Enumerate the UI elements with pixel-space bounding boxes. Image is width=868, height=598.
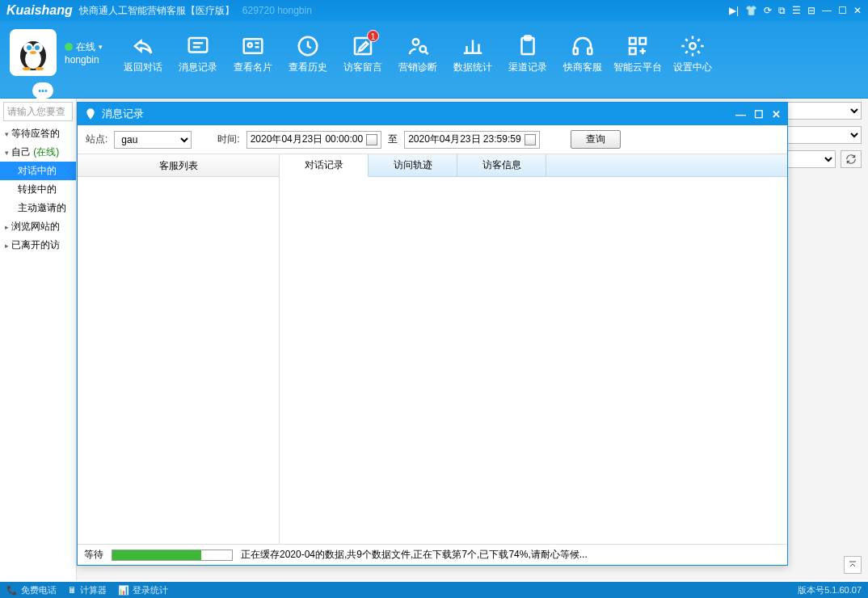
cloud-button[interactable]: 智能云平台 xyxy=(613,32,662,74)
guestmsg-button[interactable]: 访客留言1 xyxy=(339,32,387,74)
clock-icon xyxy=(296,34,320,58)
modal-statusbar: 等待 正在缓存2020-04的数据,共9个数据文件,正在下载第7个,已下载74%… xyxy=(78,544,787,565)
minimize-icon[interactable]: — xyxy=(822,5,832,16)
channel-button[interactable]: 渠道记录 xyxy=(504,32,552,74)
modal-close-icon[interactable]: ✕ xyxy=(772,108,781,120)
titlebar-icons: ▶| 👕 ⟳ ⧉ ☰ ⊟ — ☐ ✕ xyxy=(729,5,862,16)
date-to-input[interactable]: 2020年04月23日 23:59:59 xyxy=(404,131,539,149)
footer-calc[interactable]: 🖩 计算器 xyxy=(68,584,107,596)
sidebar: 请输入您要查 等待应答的 自己 (在线) 对话中的 转接中的 主动邀请的 浏览网… xyxy=(0,99,77,580)
refresh-small-icon xyxy=(845,154,857,165)
feedback-icon[interactable]: ⊟ xyxy=(807,5,815,16)
clipboard-icon xyxy=(516,34,540,58)
tab-dialogue-log[interactable]: 对话记录 xyxy=(280,154,369,177)
session-info: 629720 hongbin xyxy=(242,5,312,16)
svg-point-7 xyxy=(23,67,31,70)
svg-line-20 xyxy=(425,51,428,54)
back-button[interactable]: 返回对话 xyxy=(119,32,167,74)
modal-titlebar: 消息记录 — ☐ ✕ xyxy=(78,103,787,125)
to-label: 至 xyxy=(388,133,398,146)
agent-list-header: 客服列表 xyxy=(78,154,279,177)
date-from-input[interactable]: 2020年04月23日 00:00:00 xyxy=(246,131,381,149)
viewcard-button[interactable]: 查看名片 xyxy=(229,32,277,74)
sidebar-item-in-chat[interactable]: 对话中的 xyxy=(0,162,76,180)
modal-maximize-icon[interactable]: ☐ xyxy=(754,108,764,120)
online-dot-icon xyxy=(65,43,73,51)
agent-panel: 客服列表 xyxy=(78,154,280,544)
settings-button[interactable]: 设置中心 xyxy=(668,32,717,74)
grid-plus-icon xyxy=(626,34,650,58)
refresh-icon[interactable]: ⟳ xyxy=(764,5,772,16)
tab-content xyxy=(280,177,787,544)
titlebar: Kuaishang 快商通人工智能营销客服【医疗版】 629720 hongbi… xyxy=(0,0,868,21)
footer: 📞 免费电话 🖩 计算器 📊 登录统计 版本号5.1.60.07 xyxy=(0,582,868,598)
tab-visit-trail[interactable]: 访问轨迹 xyxy=(369,154,457,176)
chart-icon xyxy=(461,34,485,58)
ksservice-button[interactable]: 快商客服 xyxy=(558,32,607,74)
header-toolbar: 在线 ▾ hongbin 返回对话 消息记录 查看名片 查看历史 访客留言1 营… xyxy=(0,21,868,84)
sidebar-item-invited[interactable]: 主动邀请的 xyxy=(0,199,76,217)
message-icon xyxy=(186,34,210,58)
svg-rect-29 xyxy=(630,38,636,44)
svg-point-4 xyxy=(27,45,32,50)
svg-point-5 xyxy=(35,45,40,50)
footer-login[interactable]: 📊 登录统计 xyxy=(118,584,168,596)
time-label: 时间: xyxy=(217,133,239,146)
version-label: 版本号5.1.60.07 xyxy=(798,584,862,596)
calendar-icon xyxy=(366,134,377,145)
subbar: ••• xyxy=(0,84,868,99)
sidebar-item-transferring[interactable]: 转接中的 xyxy=(0,180,76,199)
message-log-modal: 消息记录 — ☐ ✕ 站点: gau 时间: 2020年04月23日 00:00… xyxy=(77,102,788,566)
site-select[interactable]: gau xyxy=(114,131,192,149)
card-icon xyxy=(241,34,265,58)
sidebar-item-left[interactable]: 已离开的访 xyxy=(0,236,76,255)
svg-point-6 xyxy=(30,51,36,54)
modal-title-text: 消息记录 xyxy=(102,107,144,121)
chevron-down-icon: ▾ xyxy=(99,43,103,51)
avatar[interactable] xyxy=(10,29,57,76)
svg-rect-27 xyxy=(574,48,578,54)
record-tabs: 对话记录 访问轨迹 访客信息 xyxy=(280,154,787,177)
footer-phone[interactable]: 📞 免费电话 xyxy=(6,584,57,596)
close-icon[interactable]: ✕ xyxy=(853,5,862,16)
windows-icon[interactable]: ⧉ xyxy=(778,5,786,16)
penguin-icon xyxy=(14,33,53,72)
refresh-button[interactable] xyxy=(841,150,862,168)
query-button[interactable]: 查询 xyxy=(571,130,621,149)
username: hongbin xyxy=(65,54,103,65)
svg-point-8 xyxy=(36,67,44,70)
list-icon[interactable]: ☰ xyxy=(792,5,801,16)
status-message: 正在缓存2020-04的数据,共9个数据文件,正在下载第7个,已下载74%,请耐… xyxy=(241,548,588,562)
brand-logo: Kuaishang xyxy=(6,3,73,18)
calendar-icon xyxy=(525,134,536,145)
svg-rect-12 xyxy=(244,39,263,53)
scroll-top-button[interactable] xyxy=(844,556,862,574)
svg-point-13 xyxy=(248,43,252,47)
diagnose-button[interactable]: 营销诊断 xyxy=(394,32,442,74)
svg-point-18 xyxy=(413,39,419,45)
svg-rect-28 xyxy=(588,48,592,54)
msglog-button[interactable]: 消息记录 xyxy=(174,32,222,74)
search-input[interactable]: 请输入您要查 xyxy=(3,102,73,121)
svg-rect-31 xyxy=(630,48,636,54)
status-indicator[interactable]: 在线 ▾ xyxy=(65,40,103,54)
sidebar-item-pending[interactable]: 等待应答的 xyxy=(0,124,76,143)
skip-next-icon[interactable]: ▶| xyxy=(729,5,739,16)
headset-icon xyxy=(571,34,595,58)
stats-button[interactable]: 数据统计 xyxy=(449,32,497,74)
sidebar-item-browsing[interactable]: 浏览网站的 xyxy=(0,217,76,236)
sidebar-item-self[interactable]: 自己 (在线) xyxy=(0,143,76,162)
progress-bar xyxy=(112,550,233,561)
maximize-icon[interactable]: ☐ xyxy=(838,5,847,16)
site-label: 站点: xyxy=(86,133,107,146)
filter-row: 站点: gau 时间: 2020年04月23日 00:00:00 至 2020年… xyxy=(78,125,787,154)
svg-point-34 xyxy=(689,43,696,49)
history-button[interactable]: 查看历史 xyxy=(284,32,332,74)
chat-bubble-icon[interactable]: ••• xyxy=(32,82,53,99)
svg-rect-9 xyxy=(189,38,208,53)
gear-icon xyxy=(680,34,705,58)
tab-visitor-info[interactable]: 访客信息 xyxy=(457,154,546,176)
modal-minimize-icon[interactable]: — xyxy=(735,108,746,120)
tshirt-icon[interactable]: 👕 xyxy=(745,5,757,16)
status-wait: 等待 xyxy=(84,548,103,562)
